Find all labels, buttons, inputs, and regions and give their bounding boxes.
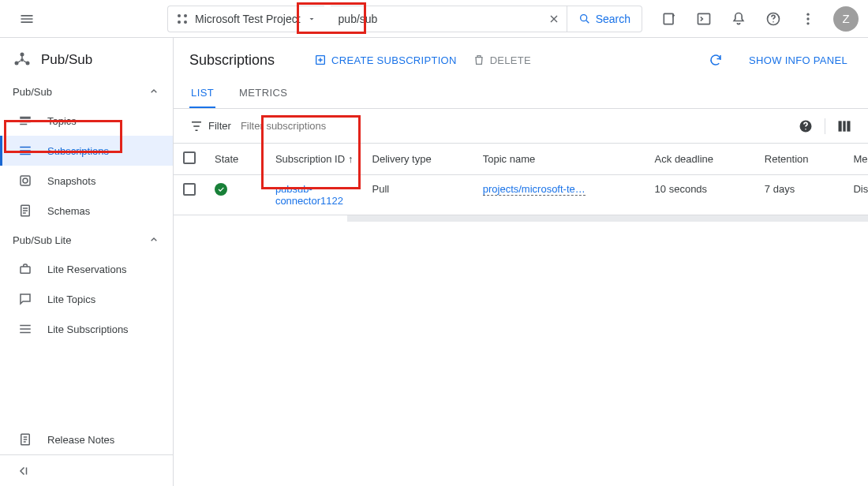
svg-point-15 — [26, 62, 30, 65]
cell-delivery-type: Pull — [363, 175, 473, 215]
columns-icon[interactable] — [836, 118, 852, 134]
col-ack-deadline[interactable]: Ack deadline — [645, 144, 755, 175]
topics-icon — [18, 114, 32, 128]
svg-point-1 — [184, 14, 187, 17]
hamburger-icon — [19, 11, 35, 27]
sidebar-item-lite-topics[interactable]: Lite Topics — [0, 284, 173, 314]
cell-retention: 7 days — [755, 175, 844, 215]
nav-menu-button[interactable] — [13, 5, 41, 33]
more-button[interactable] — [794, 5, 822, 33]
delete-button[interactable]: DELETE — [473, 54, 531, 66]
svg-rect-19 — [20, 124, 27, 125]
col-subscription-id[interactable]: Subscription ID↑ — [266, 144, 363, 175]
schemas-icon — [18, 204, 32, 218]
cloud-shell-button[interactable] — [690, 5, 718, 33]
state-active-icon — [215, 183, 227, 196]
sidebar-item-lite-reservations[interactable]: Lite Reservations — [0, 254, 173, 284]
topic-name-link[interactable]: projects/microsoft-te… — [483, 183, 586, 196]
help-button[interactable] — [759, 5, 788, 33]
svg-rect-23 — [21, 176, 30, 185]
svg-point-4 — [580, 14, 586, 21]
svg-point-10 — [806, 13, 809, 15]
svg-point-0 — [178, 14, 181, 17]
horizontal-scrollbar[interactable] — [347, 215, 868, 222]
sidebar-item-schemas[interactable]: Schemas — [0, 196, 173, 226]
table-row: pubsub-connector1122 Pull projects/micro… — [174, 175, 868, 215]
help-solid-icon[interactable] — [798, 118, 814, 134]
learn-button[interactable] — [655, 5, 683, 33]
sidebar-item-snapshots[interactable]: Snapshots — [0, 166, 173, 196]
briefcase-icon — [18, 262, 32, 276]
add-box-icon — [314, 54, 327, 66]
bell-icon — [731, 11, 746, 27]
subscriptions-icon — [18, 144, 32, 158]
svg-point-12 — [806, 22, 809, 24]
chevron-left-collapse-icon — [16, 464, 30, 478]
product-title: Pub/Sub — [41, 52, 92, 68]
collapse-sidebar-button[interactable] — [0, 454, 173, 486]
sidebar-section-pubsublite[interactable]: Pub/Sub Lite — [0, 226, 173, 254]
sidebar-section-pubsub[interactable]: Pub/Sub — [0, 77, 173, 106]
svg-point-24 — [23, 178, 28, 183]
svg-rect-37 — [847, 121, 850, 131]
subscriptions-table: State Subscription ID↑ Delivery type Top… — [174, 144, 868, 215]
svg-point-16 — [21, 58, 24, 62]
sort-asc-icon: ↑ — [348, 153, 354, 165]
col-topic-name[interactable]: Topic name — [473, 144, 645, 175]
svg-point-11 — [806, 17, 809, 20]
show-info-panel-button[interactable]: SHOW INFO PANEL — [744, 54, 852, 66]
svg-rect-29 — [20, 332, 31, 334]
tab-list[interactable]: LIST — [189, 79, 215, 108]
filter-label: Filter — [189, 119, 231, 133]
svg-rect-22 — [20, 154, 31, 155]
svg-rect-17 — [20, 117, 31, 119]
filter-input[interactable] — [239, 119, 790, 133]
sidebar-item-topics[interactable]: Topics — [0, 106, 173, 136]
search-box: Search — [331, 6, 642, 32]
svg-point-3 — [184, 21, 187, 24]
close-icon — [548, 13, 560, 25]
account-avatar[interactable]: Z — [833, 6, 859, 32]
clear-search-button[interactable] — [541, 6, 567, 32]
sidebar-item-subscriptions[interactable]: Subscriptions — [0, 136, 173, 166]
terminal-icon — [696, 11, 712, 27]
refresh-button[interactable] — [703, 47, 728, 73]
cell-ack-deadline: 10 seconds — [645, 175, 755, 215]
lite-subs-icon — [18, 322, 32, 336]
svg-point-9 — [773, 21, 774, 22]
search-button[interactable]: Search — [567, 6, 642, 32]
svg-rect-21 — [20, 150, 31, 151]
svg-rect-6 — [664, 13, 673, 24]
svg-rect-27 — [20, 325, 31, 327]
page-title: Subscriptions — [189, 52, 275, 69]
snapshots-icon — [18, 174, 32, 188]
learn-icon — [661, 11, 677, 27]
create-subscription-button[interactable]: CREATE SUBSCRIPTION — [314, 54, 457, 66]
col-delivery-type[interactable]: Delivery type — [363, 144, 473, 175]
project-picker[interactable]: Microsoft Test Project — [167, 6, 324, 32]
svg-rect-20 — [20, 147, 31, 148]
sidebar-item-release-notes[interactable]: Release Notes — [0, 424, 173, 454]
subscription-id-link[interactable]: pubsub-connector1122 — [275, 183, 343, 207]
col-message-ordering[interactable]: Message orde — [844, 144, 868, 175]
notifications-button[interactable] — [724, 5, 753, 33]
help-icon — [765, 11, 781, 27]
svg-rect-26 — [21, 267, 30, 273]
chevron-up-icon — [148, 85, 160, 98]
svg-point-13 — [21, 53, 24, 57]
svg-rect-18 — [20, 120, 31, 122]
svg-point-14 — [15, 62, 19, 65]
cell-message-ordering: Disabled — [844, 175, 868, 215]
col-retention[interactable]: Retention — [755, 144, 844, 175]
svg-rect-28 — [20, 328, 31, 330]
chevron-up-icon — [148, 234, 160, 246]
sidebar-item-lite-subscriptions[interactable]: Lite Subscriptions — [0, 314, 173, 344]
search-input[interactable] — [331, 6, 541, 32]
select-all-checkbox[interactable] — [183, 151, 196, 164]
avatar-initial: Z — [842, 12, 849, 25]
tab-metrics[interactable]: METRICS — [238, 79, 289, 108]
col-state[interactable]: State — [205, 144, 266, 175]
project-name: Microsoft Test Project — [195, 13, 301, 25]
row-checkbox[interactable] — [183, 183, 196, 196]
filter-icon — [189, 119, 204, 133]
